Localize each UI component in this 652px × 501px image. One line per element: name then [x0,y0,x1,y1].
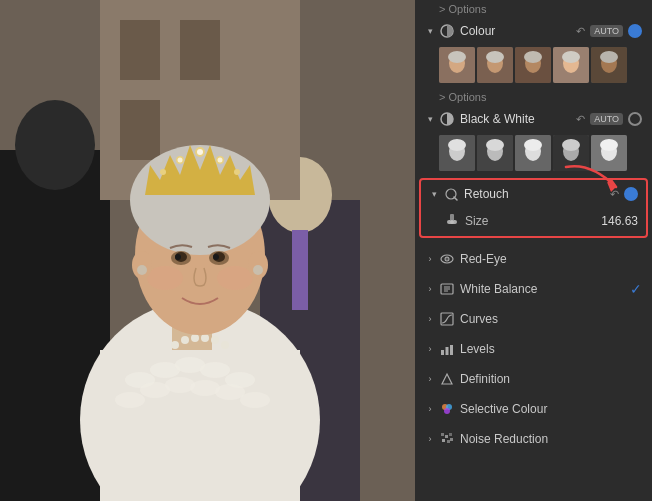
chevron-down-retouch: ▾ [429,189,439,199]
bw-thumb-3[interactable] [515,135,551,171]
chevron-right-curves: › [425,314,435,324]
options-row-2[interactable]: > Options [415,88,652,106]
svg-rect-100 [446,347,449,355]
chevron-right-def: › [425,374,435,384]
svg-point-3 [15,100,95,190]
thumb-2[interactable] [477,47,513,83]
svg-point-46 [213,254,219,260]
retouch-header[interactable]: ▾ Retouch ↶ [421,180,646,208]
svg-point-90 [450,220,454,224]
noise-reduction-icon [439,431,455,447]
undo-button[interactable]: ↶ [576,25,585,38]
svg-point-32 [130,145,270,255]
noise-reduction-section[interactable]: › Noise Reduction [415,424,652,454]
chevron-down-icon-bw: ▾ [425,114,435,124]
svg-rect-111 [450,438,453,441]
colour-thumbnails [415,44,652,88]
svg-rect-108 [449,433,452,436]
red-eye-section[interactable]: › Red-Eye [415,244,652,274]
chevron-right-levels: › [425,344,435,354]
bw-section-header[interactable]: ▾ Black & White ↶ AUTO [415,106,652,132]
svg-point-48 [217,266,253,290]
colour-toggle[interactable] [628,24,642,38]
definition-section[interactable]: › Definition [415,364,652,394]
white-balance-section[interactable]: › White Balance ✓ [415,274,652,304]
right-panel: > Options ▾ Colour ↶ AUTO > [415,0,652,501]
svg-point-18 [115,392,145,408]
svg-rect-12 [100,350,300,501]
svg-point-68 [600,51,618,63]
svg-rect-107 [445,435,448,438]
svg-point-75 [486,139,504,151]
svg-point-37 [234,169,240,175]
svg-point-40 [218,158,223,163]
retouch-toggle[interactable] [624,187,638,201]
svg-rect-106 [441,433,444,436]
svg-marker-102 [442,374,452,384]
svg-rect-9 [180,20,220,80]
definition-icon [439,371,455,387]
curves-section[interactable]: › Curves [415,304,652,334]
thumb-1[interactable] [439,47,475,83]
svg-rect-99 [441,350,444,355]
selective-colour-icon [439,401,455,417]
svg-point-25 [181,336,189,344]
options-row-top[interactable]: > Options [415,0,652,18]
brush-icon [445,212,459,230]
svg-point-81 [562,139,580,151]
bw-undo-button[interactable]: ↶ [576,113,585,126]
svg-point-23 [240,392,270,408]
levels-icon [439,341,455,357]
bw-thumb-4[interactable] [553,135,589,171]
svg-point-78 [524,139,542,151]
thumb-5[interactable] [591,47,627,83]
svg-point-105 [444,408,450,414]
white-balance-icon [439,281,455,297]
retouch-icon [443,186,459,202]
colour-actions: ↶ AUTO [576,24,642,38]
bw-thumb-1[interactable] [439,135,475,171]
bw-toggle[interactable] [628,112,642,126]
svg-point-27 [201,334,209,342]
thumb-4[interactable] [553,47,589,83]
colour-section-header[interactable]: ▾ Colour ↶ AUTO [415,18,652,44]
svg-point-22 [215,384,245,400]
white-balance-check: ✓ [630,281,642,297]
svg-point-38 [197,149,203,155]
retouch-actions: ↶ [610,187,638,201]
svg-point-45 [175,254,181,260]
chevron-right-redeye: › [425,254,435,264]
svg-line-87 [454,197,457,200]
bw-thumb-5[interactable] [591,135,627,171]
svg-point-47 [147,266,183,290]
chevron-right-wb: › [425,284,435,294]
auto-badge[interactable]: AUTO [590,25,623,37]
retouch-section: ▾ Retouch ↶ Size 146. [419,178,648,238]
svg-point-26 [191,334,199,342]
bw-auto-badge[interactable]: AUTO [590,113,623,125]
svg-point-59 [486,51,504,63]
bw-actions: ↶ AUTO [576,112,642,126]
svg-point-29 [171,341,179,349]
svg-rect-110 [447,440,450,443]
levels-section[interactable]: › Levels [415,334,652,364]
svg-rect-109 [442,439,445,442]
svg-point-16 [200,362,230,378]
svg-point-84 [600,139,618,151]
selective-colour-section[interactable]: › Selective Colour [415,394,652,424]
bw-thumb-2[interactable] [477,135,513,171]
svg-point-72 [448,139,466,151]
curves-icon [439,311,455,327]
svg-rect-8 [120,20,160,80]
svg-point-20 [165,377,195,393]
svg-rect-89 [450,214,454,221]
svg-point-39 [178,158,183,163]
colour-icon [439,23,455,39]
chevron-right-noise: › [425,434,435,444]
svg-rect-10 [120,100,160,160]
svg-point-93 [446,258,449,261]
retouch-size-row: Size 146.63 [421,208,646,236]
thumb-3[interactable] [515,47,551,83]
svg-rect-101 [450,345,453,355]
retouch-undo[interactable]: ↶ [610,188,619,201]
